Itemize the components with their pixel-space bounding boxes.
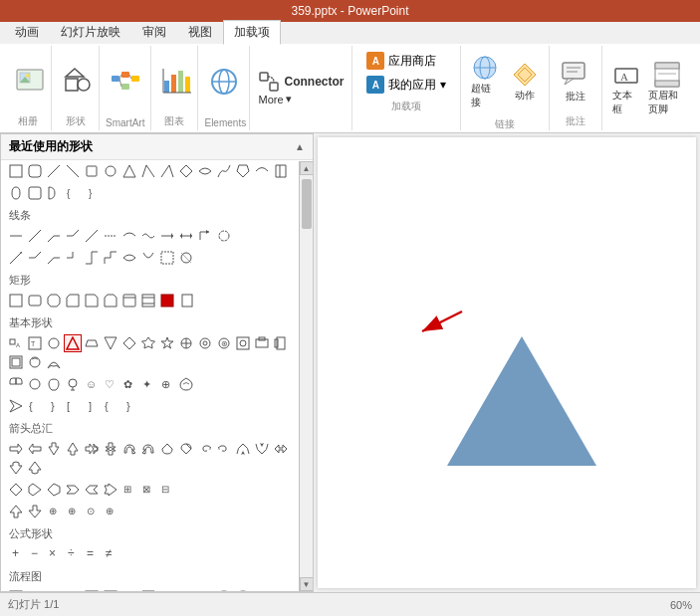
shape-item[interactable] bbox=[139, 292, 157, 309]
shape-item[interactable] bbox=[45, 334, 63, 352]
shape-item[interactable] bbox=[45, 588, 63, 591]
shape-item[interactable] bbox=[158, 249, 176, 267]
shape-item[interactable] bbox=[272, 440, 290, 458]
shape-item[interactable]: ♡ bbox=[102, 375, 119, 393]
shape-item[interactable] bbox=[139, 334, 157, 352]
appstore-button[interactable]: A 应用商店 bbox=[360, 50, 451, 72]
shape-item[interactable] bbox=[26, 249, 44, 267]
shape-item[interactable]: ⊕ bbox=[64, 503, 82, 520]
shape-item[interactable] bbox=[196, 440, 214, 458]
shape-item[interactable] bbox=[139, 162, 157, 180]
shape-item[interactable]: × bbox=[45, 545, 63, 563]
myapps-button[interactable]: A 我的应用 ▾ bbox=[360, 74, 451, 96]
shape-item[interactable] bbox=[7, 184, 25, 202]
elements-button[interactable] bbox=[204, 64, 244, 100]
shape-item[interactable] bbox=[158, 440, 176, 458]
shape-item[interactable] bbox=[253, 162, 271, 180]
comment-button[interactable]: 批注 bbox=[558, 56, 593, 105]
textbox-button[interactable]: A 文本框 bbox=[610, 59, 642, 118]
shape-item[interactable] bbox=[177, 292, 195, 309]
shape-item[interactable]: + bbox=[7, 545, 25, 563]
shape-item[interactable] bbox=[64, 292, 82, 309]
shape-item[interactable] bbox=[215, 588, 233, 591]
shape-item[interactable] bbox=[83, 249, 101, 267]
shape-item[interactable] bbox=[64, 227, 82, 245]
shape-item[interactable] bbox=[158, 334, 176, 352]
shape-item[interactable] bbox=[7, 249, 25, 267]
shape-item[interactable] bbox=[45, 353, 63, 371]
shape-item[interactable] bbox=[102, 481, 119, 499]
shape-item[interactable] bbox=[45, 227, 63, 245]
tab-view[interactable]: 视图 bbox=[177, 20, 223, 44]
shape-item[interactable] bbox=[83, 334, 101, 352]
shape-item[interactable] bbox=[83, 481, 101, 499]
shape-item[interactable] bbox=[26, 184, 44, 202]
shape-item[interactable] bbox=[158, 292, 176, 309]
shape-item[interactable]: A bbox=[7, 334, 25, 352]
shape-item[interactable]: } bbox=[45, 397, 63, 415]
shape-item[interactable] bbox=[83, 227, 101, 245]
shape-item[interactable] bbox=[64, 375, 82, 393]
shape-item[interactable] bbox=[215, 162, 233, 180]
shape-item[interactable]: ⊕ bbox=[158, 375, 176, 393]
shape-item[interactable] bbox=[64, 440, 82, 458]
shape-item[interactable] bbox=[64, 334, 82, 352]
shape-item[interactable] bbox=[158, 588, 176, 591]
shape-item[interactable] bbox=[234, 588, 252, 591]
shape-item[interactable] bbox=[7, 375, 25, 393]
shape-item[interactable] bbox=[120, 334, 138, 352]
shape-item[interactable] bbox=[64, 481, 82, 499]
shape-item[interactable] bbox=[177, 249, 195, 267]
shape-item[interactable] bbox=[7, 459, 25, 477]
shape-item[interactable] bbox=[272, 334, 290, 352]
shape-item[interactable] bbox=[253, 440, 271, 458]
shape-item[interactable]: ✿ bbox=[120, 375, 138, 393]
shape-item[interactable] bbox=[253, 334, 271, 352]
shape-item[interactable]: ⊕ bbox=[102, 503, 119, 520]
shape-item[interactable] bbox=[7, 292, 25, 309]
shape-item[interactable] bbox=[196, 162, 214, 180]
shape-item[interactable] bbox=[26, 440, 44, 458]
shape-item[interactable] bbox=[102, 249, 119, 267]
shape-item[interactable] bbox=[120, 588, 138, 591]
shape-item[interactable] bbox=[26, 459, 44, 477]
shape-item[interactable] bbox=[158, 162, 176, 180]
shape-item[interactable] bbox=[120, 162, 138, 180]
tab-slideshow[interactable]: 幻灯片放映 bbox=[50, 20, 131, 44]
shape-item[interactable] bbox=[139, 249, 157, 267]
shape-item[interactable] bbox=[196, 227, 214, 245]
shape-item[interactable]: ⊙ bbox=[83, 503, 101, 520]
shape-item[interactable] bbox=[102, 162, 119, 180]
shape-item[interactable] bbox=[102, 292, 119, 309]
scroll-down-button[interactable]: ▼ bbox=[300, 577, 314, 591]
shape-item[interactable] bbox=[26, 353, 44, 371]
shape-item[interactable] bbox=[102, 334, 119, 352]
album-button[interactable] bbox=[10, 63, 50, 99]
tab-animation[interactable]: 动画 bbox=[4, 20, 50, 44]
scroll-thumb[interactable] bbox=[302, 179, 312, 229]
shape-item[interactable] bbox=[64, 588, 82, 591]
shape-item[interactable] bbox=[215, 227, 233, 245]
shape-item[interactable] bbox=[158, 227, 176, 245]
shape-item[interactable]: } bbox=[83, 184, 101, 202]
shape-item[interactable] bbox=[120, 440, 138, 458]
shape-item[interactable] bbox=[139, 440, 157, 458]
shape-item[interactable]: ÷ bbox=[64, 545, 82, 563]
shape-item[interactable]: ⊟ bbox=[158, 481, 176, 499]
shape-item[interactable] bbox=[120, 249, 138, 267]
shape-item[interactable] bbox=[139, 588, 157, 591]
shape-item[interactable] bbox=[45, 481, 63, 499]
shape-item[interactable]: { bbox=[102, 397, 119, 415]
shape-item[interactable]: − bbox=[26, 545, 44, 563]
shape-item[interactable]: ⊛ bbox=[215, 334, 233, 352]
shape-item[interactable] bbox=[177, 334, 195, 352]
shape-item[interactable] bbox=[7, 481, 25, 499]
shape-item[interactable] bbox=[177, 375, 195, 393]
shape-item[interactable] bbox=[26, 481, 44, 499]
shape-item[interactable]: ≠ bbox=[102, 545, 119, 563]
shape-item[interactable] bbox=[7, 162, 25, 180]
shape-item[interactable] bbox=[102, 227, 119, 245]
shape-item[interactable]: ⊕ bbox=[45, 503, 63, 520]
shape-item[interactable] bbox=[45, 184, 63, 202]
smartart-button[interactable] bbox=[106, 64, 145, 100]
